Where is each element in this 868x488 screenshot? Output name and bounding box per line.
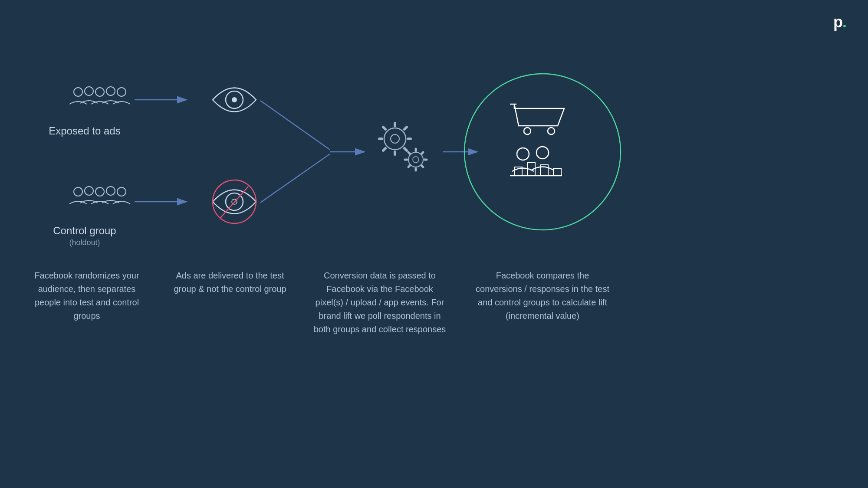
svg-point-1 (85, 87, 93, 95)
svg-point-49 (536, 147, 549, 159)
svg-point-3 (106, 87, 115, 95)
svg-point-4 (117, 88, 126, 96)
svg-rect-53 (540, 165, 548, 176)
svg-point-0 (74, 88, 82, 96)
svg-point-47 (548, 128, 555, 134)
svg-point-17 (226, 193, 243, 210)
svg-line-42 (408, 165, 410, 167)
svg-line-22 (260, 154, 330, 203)
logo: p. (833, 13, 846, 31)
svg-line-40 (408, 152, 410, 154)
svg-point-35 (413, 157, 419, 163)
svg-point-24 (384, 128, 406, 150)
svg-line-30 (383, 127, 385, 129)
svg-point-10 (117, 187, 126, 196)
svg-line-32 (383, 148, 385, 151)
svg-point-8 (95, 187, 104, 196)
svg-point-18 (232, 199, 237, 204)
svg-point-7 (85, 187, 93, 195)
svg-line-31 (404, 148, 407, 151)
svg-line-43 (421, 152, 423, 154)
svg-point-16 (232, 97, 237, 102)
svg-point-48 (517, 148, 529, 160)
svg-point-34 (408, 152, 423, 167)
svg-point-2 (95, 88, 104, 96)
svg-line-20 (220, 187, 248, 218)
svg-point-15 (226, 91, 243, 108)
svg-rect-54 (553, 168, 561, 176)
svg-text:Control group: Control group (53, 225, 116, 236)
svg-point-45 (464, 74, 621, 230)
svg-rect-51 (514, 167, 522, 176)
svg-point-46 (524, 128, 531, 134)
svg-text:Exposed to ads: Exposed to ads (49, 125, 120, 137)
logo-dot: . (842, 13, 846, 31)
svg-text:(holdout): (holdout) (69, 238, 100, 247)
svg-line-33 (404, 127, 407, 129)
svg-point-9 (106, 187, 115, 195)
svg-point-19 (213, 180, 256, 223)
svg-line-41 (421, 165, 423, 167)
svg-rect-52 (527, 163, 535, 176)
svg-point-25 (391, 134, 399, 143)
svg-point-6 (74, 187, 82, 196)
svg-line-21 (260, 101, 330, 150)
